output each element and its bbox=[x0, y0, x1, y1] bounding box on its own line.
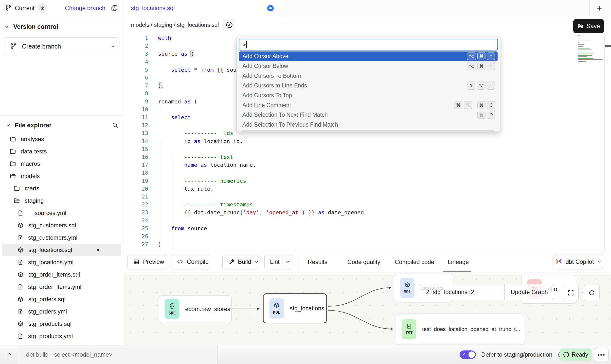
modified-dot-icon bbox=[97, 249, 99, 251]
build-button[interactable]: Build bbox=[222, 254, 259, 269]
file-row-stg-products-sql[interactable]: stg_products.sql bbox=[2, 318, 121, 330]
more-options-button[interactable] bbox=[594, 348, 609, 362]
file-name: data-tests bbox=[21, 148, 47, 155]
toggle-knob bbox=[468, 351, 475, 358]
palette-item-add-line-comment[interactable]: Add Line Comment⌘K⌘C bbox=[239, 100, 498, 110]
lineage-selector-input[interactable]: 2+stg_locations+2 bbox=[419, 284, 504, 300]
clipboard-check-icon bbox=[406, 323, 412, 329]
code-line-24 bbox=[158, 217, 364, 225]
file-row-stg-order-items-sql[interactable]: stg_order_items.sql bbox=[2, 268, 121, 281]
defer-toggle[interactable]: ✓ bbox=[460, 350, 476, 359]
file-row-staging[interactable]: staging bbox=[2, 195, 121, 207]
palette-item-add-cursors-to-top[interactable]: Add Cursors To Top bbox=[239, 91, 498, 100]
file-row-stg-products-yml[interactable]: stg_products.yml bbox=[2, 330, 121, 342]
file-row-stg-orders-sql[interactable]: stg_orders.sql bbox=[2, 293, 121, 305]
file-explorer-section: File explorer analysesdata-testsmacrosmo… bbox=[0, 116, 123, 342]
chevron-down-icon[interactable] bbox=[5, 122, 11, 128]
explore-button[interactable] bbox=[223, 18, 236, 31]
code-line-17: name as location_name, bbox=[158, 161, 364, 169]
keycap: ⌘ bbox=[477, 101, 485, 109]
update-graph-button[interactable]: Update Graph bbox=[504, 284, 554, 300]
dbt-copilot-button[interactable]: dbt Copilot bbox=[553, 254, 604, 269]
new-tab-button[interactable] bbox=[594, 3, 605, 14]
cube-icon bbox=[17, 321, 24, 327]
main-area: stg_locations.sql models / staging / stg… bbox=[124, 0, 611, 345]
create-branch-dropdown[interactable] bbox=[107, 38, 119, 55]
file-row-macros[interactable]: macros bbox=[2, 158, 121, 170]
file-row-stg-customers-sql[interactable]: stg_customers.sql bbox=[2, 219, 121, 232]
file-row-stg-customers-yml[interactable]: stg_customers.yml bbox=[2, 232, 121, 244]
shortcut-keys: ⌥⌘↑ bbox=[467, 52, 495, 60]
create-branch-button[interactable]: Create branch bbox=[4, 37, 119, 55]
panel-divider bbox=[299, 252, 299, 272]
command-input[interactable]: > bbox=[239, 39, 498, 50]
lineage-node-source[interactable]: SRC ecom.raw_stores bbox=[159, 295, 232, 323]
lint-dropdown[interactable] bbox=[283, 254, 293, 269]
file-row-stg-orders-yml[interactable]: stg_orders.yml bbox=[2, 305, 121, 318]
tab-stg-locations[interactable]: stg_locations.sql bbox=[124, 0, 281, 16]
code-line-15 bbox=[158, 145, 364, 153]
palette-item-label: Add Selection To Next Find Match bbox=[242, 112, 328, 118]
palette-item-add-cursors-to-bottom[interactable]: Add Cursors To Bottom bbox=[239, 71, 498, 81]
file-row-stg-locations-yml[interactable]: stg_locations.yml bbox=[2, 256, 121, 268]
tab-code-quality[interactable]: Code quality bbox=[347, 252, 380, 272]
status-bar: dbt build --select <model_name> ✓ Defer … bbox=[0, 345, 611, 364]
file-name: stg_customers.sql bbox=[28, 222, 76, 229]
status-ready-badge[interactable]: Ready bbox=[560, 348, 592, 361]
wrench-icon bbox=[228, 259, 234, 265]
selector-value: 2+stg_locations+2 bbox=[426, 289, 474, 296]
keycap: ⌥ bbox=[467, 52, 476, 60]
fullscreen-button[interactable] bbox=[563, 285, 579, 301]
minimap[interactable] bbox=[578, 35, 604, 65]
keycap: ⌘ bbox=[454, 101, 462, 109]
palette-item-add-cursor-above[interactable]: Add Cursor Above⌥⌘↑ bbox=[239, 51, 498, 61]
unsaved-dot-icon bbox=[267, 5, 274, 11]
tabstrip-divider bbox=[589, 0, 590, 16]
tst-badge-label: TST bbox=[406, 331, 413, 335]
copy-icon[interactable] bbox=[111, 4, 118, 12]
tab-results[interactable]: Results bbox=[308, 252, 327, 272]
cli-command-input[interactable]: dbt build --select <model_name> bbox=[18, 345, 218, 364]
code-line-20: tax_rate, bbox=[158, 185, 364, 193]
scrollbar-thumb[interactable] bbox=[605, 45, 611, 47]
file-row-stg-locations-sql[interactable]: stg_locations.sql bbox=[2, 244, 121, 256]
mdl-badge: MDL bbox=[270, 298, 284, 318]
chevron-down-icon[interactable] bbox=[4, 24, 9, 29]
preview-button[interactable]: Preview bbox=[127, 254, 167, 269]
keycap: ↓ bbox=[487, 62, 495, 70]
build-dropdown[interactable] bbox=[254, 254, 259, 269]
tab-compiled-code[interactable]: Compiled code bbox=[395, 252, 434, 272]
file-name: staging bbox=[25, 197, 44, 204]
expand-console-button[interactable] bbox=[6, 351, 12, 357]
compile-button[interactable]: Compile bbox=[171, 254, 210, 269]
palette-item-label: Add Cursors To Top bbox=[242, 92, 292, 99]
file-name: marts bbox=[25, 185, 39, 192]
search-icon[interactable] bbox=[112, 122, 119, 129]
folder-open-icon bbox=[9, 173, 16, 180]
lineage-node-stg-locations[interactable]: MDL stg_locations bbox=[263, 293, 327, 323]
lineage-canvas[interactable]: SRC ecom.raw_stores MDL stg_locations MD… bbox=[124, 272, 611, 345]
lineage-node-test[interactable]: TST test_does_location_opened_at_trunc_t… bbox=[396, 314, 524, 345]
node-label: test_does_location_opened_at_trunc_t... bbox=[422, 326, 520, 332]
create-branch-label: Create branch bbox=[22, 43, 61, 50]
change-branch-link[interactable]: Change branch bbox=[65, 5, 105, 12]
file-row-stg-order-items-yml[interactable]: stg_order_items.yml bbox=[2, 281, 121, 293]
indent-guide bbox=[160, 92, 160, 115]
branch-locked-pill bbox=[37, 3, 47, 13]
file-row--sources-yml[interactable]: __sources.yml bbox=[2, 207, 121, 219]
lint-button[interactable]: Lint bbox=[264, 254, 293, 269]
save-button[interactable]: Save bbox=[573, 19, 604, 33]
palette-item-add-cursor-below[interactable]: Add Cursor Below⌥⌘↓ bbox=[239, 61, 498, 71]
file-row-data-tests[interactable]: data-tests bbox=[2, 145, 121, 158]
palette-item-label: Add Cursors To Bottom bbox=[242, 73, 301, 79]
file-row-models[interactable]: models bbox=[2, 170, 121, 182]
refresh-button[interactable] bbox=[584, 285, 600, 301]
shortcut-keys: ⌘D bbox=[477, 111, 495, 119]
tab-lineage[interactable]: Lineage bbox=[448, 252, 469, 272]
palette-item-add-selection-to-next-find-match[interactable]: Add Selection To Next Find Match⌘D bbox=[239, 110, 498, 120]
palette-item-add-cursors-to-line-ends[interactable]: Add Cursors to Line Ends⇧⌥I bbox=[239, 81, 498, 91]
code-line-14: id as location_id, bbox=[158, 137, 364, 145]
file-row-analyses[interactable]: analyses bbox=[2, 133, 121, 145]
file-row-marts[interactable]: marts bbox=[2, 182, 121, 195]
palette-item-add-selection-to-previous-find-match[interactable]: Add Selection To Previous Find Match bbox=[239, 120, 498, 130]
